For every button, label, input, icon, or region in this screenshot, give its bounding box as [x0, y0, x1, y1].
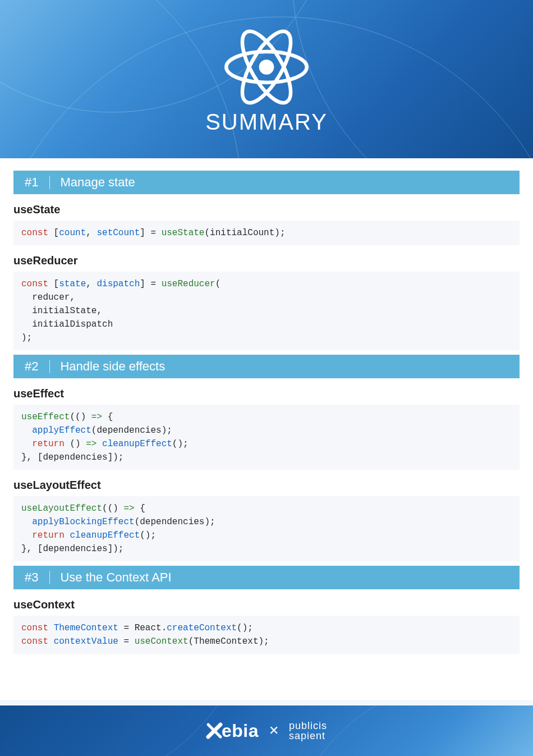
code-token: ();: [172, 439, 189, 449]
code-token: {: [135, 503, 145, 514]
code-token: [48, 623, 54, 633]
section-bar: #2Handle side effects: [13, 355, 520, 378]
hook-title: useContext: [13, 598, 520, 611]
code-token: (: [215, 279, 221, 289]
code-token: applyEffect: [32, 425, 91, 436]
code-token: initialState,: [21, 306, 102, 316]
code-token: return: [32, 530, 65, 540]
code-block: useLayoutEffect(() => { applyBlockingEff…: [13, 496, 520, 561]
xebia-logo: ebia: [206, 721, 259, 741]
code-token: count: [59, 228, 86, 238]
code-token: =>: [86, 439, 97, 449]
code-token: const: [21, 279, 48, 289]
section-title: Manage state: [50, 175, 135, 190]
code-token: = React.: [118, 623, 167, 633]
code-token: useState: [162, 228, 205, 238]
code-token: (): [65, 439, 86, 449]
code-token: const: [21, 228, 48, 238]
code-block: useEffect(() => { applyEffect(dependenci…: [13, 405, 520, 470]
section-bar: #1Manage state: [13, 171, 520, 194]
code-token: return: [32, 439, 65, 449]
header-banner: SUMMARY: [0, 0, 533, 158]
code-token: applyBlockingEffect: [32, 517, 134, 527]
code-token: [21, 425, 32, 436]
code-token: initialDispatch: [21, 319, 113, 329]
code-token: cleanupEffect: [102, 439, 172, 449]
footer-bar: ebia ✕ publicis sapient: [0, 700, 533, 756]
hook-title: useEffect: [13, 387, 520, 400]
section-bar: #3Use the Context API: [13, 566, 520, 589]
code-token: (dependencies);: [135, 517, 215, 527]
code-token: ();: [140, 530, 156, 540]
code-token: state: [59, 279, 86, 289]
code-token: useContext: [135, 636, 189, 647]
code-token: reducer,: [21, 292, 75, 303]
code-token: }, [dependencies]);: [21, 544, 123, 554]
svg-point-0: [0, 0, 241, 158]
code-token: ((): [70, 412, 91, 422]
code-token: [21, 530, 32, 540]
code-token: [48, 636, 54, 647]
section-title: Handle side effects: [50, 359, 165, 374]
code-token: [97, 439, 102, 449]
xebia-x-icon: [206, 722, 223, 739]
hook-title: useState: [13, 203, 520, 216]
hook-title: useReducer: [13, 254, 520, 267]
code-token: createContext: [167, 623, 237, 633]
code-token: =>: [123, 503, 134, 514]
code-token: [65, 530, 70, 540]
code-block: const ThemeContext = React.createContext…: [13, 616, 520, 654]
code-token: [21, 517, 32, 527]
code-token: (ThemeContext);: [189, 636, 269, 647]
code-token: useLayoutEffect: [21, 503, 102, 514]
code-token: useEffect: [21, 412, 70, 422]
xebia-text: ebia: [222, 721, 259, 741]
code-token: [: [48, 228, 59, 238]
sapient-text: sapient: [289, 731, 327, 741]
code-token: (initialCount);: [204, 228, 285, 238]
section-number: #3: [13, 571, 50, 584]
code-token: ] =: [140, 279, 161, 289]
code-token: ] =: [140, 228, 161, 238]
code-token: =: [118, 636, 135, 647]
code-token: }, [dependencies]);: [21, 452, 123, 462]
publicis-sapient-logo: publicis sapient: [289, 721, 327, 741]
code-token: useReducer: [162, 279, 215, 289]
code-token: ,: [86, 279, 97, 289]
code-token: );: [21, 333, 32, 343]
code-token: dispatch: [97, 279, 140, 289]
code-token: contextValue: [54, 636, 118, 647]
svg-point-2: [0, 17, 533, 158]
code-token: {: [102, 412, 113, 422]
code-token: ,: [86, 228, 97, 238]
section-number: #2: [13, 360, 50, 373]
publicis-text: publicis: [289, 721, 327, 731]
svg-point-1: [292, 0, 533, 158]
code-token: [: [48, 279, 59, 289]
code-token: const: [21, 623, 48, 633]
section-title: Use the Context API: [50, 570, 171, 585]
code-token: cleanupEffect: [70, 530, 140, 540]
code-block: const [state, dispatch] = useReducer( re…: [13, 272, 520, 350]
code-token: setCount: [97, 228, 140, 238]
code-token: =>: [91, 412, 102, 422]
code-token: ((): [102, 503, 123, 514]
content-area: #1Manage stateuseStateconst [count, setC…: [0, 158, 533, 689]
decorative-arcs: [0, 0, 533, 158]
code-token: ThemeContext: [54, 623, 118, 633]
code-block: const [count, setCount] = useState(initi…: [13, 221, 520, 245]
code-token: (dependencies);: [91, 425, 172, 436]
hook-title: useLayoutEffect: [13, 479, 520, 492]
code-token: [21, 439, 32, 449]
footer-brands: ebia ✕ publicis sapient: [206, 721, 327, 741]
code-token: ();: [237, 623, 253, 633]
collab-cross-icon: ✕: [269, 723, 279, 738]
section-number: #1: [13, 176, 50, 189]
code-token: const: [21, 636, 48, 647]
